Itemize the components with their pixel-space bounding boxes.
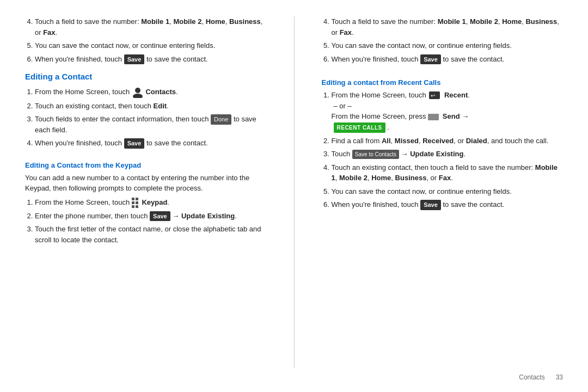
svg-point-0 [135,88,140,93]
list-item: Touch a field to save the number: Mobile… [332,16,564,38]
list-item: When you're finished, touch Save to save… [35,138,267,149]
list-item: Touch the first letter of the contact na… [35,224,267,245]
recent-calls-steps: From the Home Screen, touch ↩ Recent. – … [322,90,564,213]
list-item: Touch fields to enter the contact inform… [35,114,267,135]
contacts-icon [133,87,143,98]
footer: Contacts 33 [25,368,563,381]
save-button-inline: Save [124,138,145,149]
footer-label: Contacts [519,373,544,381]
keypad-intro-para: You can add a new number to a contact by… [25,173,267,194]
keypad-icon [132,198,138,208]
column-divider [294,16,295,368]
save-button-inline: Save [420,54,441,65]
list-item: Touch an existing contact, then touch a … [332,162,564,183]
right-top-items: Touch a field to save the number: Mobile… [322,16,564,68]
editing-contact-steps: From the Home Screen, touch Contacts. To… [25,87,267,151]
list-item: From the Home Screen, touch Contacts. [35,87,267,98]
footer-page: 33 [556,373,563,381]
recent-calls-button-inline: RECENT CALLS [334,122,385,133]
list-item: Touch a field to save the number: Mobile… [35,16,267,38]
right-column: Touch a field to save the number: Mobile… [322,16,564,368]
save-button-inline: Save [420,200,441,210]
list-item: You can save the contact now, or continu… [35,40,267,51]
list-item: When you're finished, touch Save to save… [332,199,564,210]
editing-contact-title: Editing a Contact [25,72,267,81]
columns: Touch a field to save the number: Mobile… [25,16,563,368]
done-button-inline: Done [211,114,231,125]
list-item: Enter the phone number, then touch Save … [35,211,267,222]
left-column: Touch a field to save the number: Mobile… [25,16,267,368]
svg-point-1 [133,94,143,98]
recent-icon: ↩ [429,91,441,100]
editing-recent-calls-title: Editing a contact from Recent Calls [322,78,564,87]
list-item: When you're finished, touch Save to save… [332,54,564,65]
list-item: Touch an existing contact, then touch Ed… [35,101,267,112]
list-item: From the Home Screen, touch ↩ Recent. – … [332,90,564,133]
page: Touch a field to save the number: Mobile… [0,0,588,392]
list-item: You can save the contact now, or continu… [332,186,564,197]
save-button-inline: Save [124,54,145,65]
send-phone-icon [428,114,439,120]
list-item: Find a call from All, Missed, Received, … [332,136,564,146]
editing-keypad-title: Editing a Contact from the Keypad [25,161,267,169]
list-item: Touch Save to Contacts → Update Existing… [332,149,564,160]
save-to-contacts-button-inline: Save to Contacts [352,150,399,159]
svg-text:↩: ↩ [431,93,435,99]
save-button-inline: Save [150,211,170,222]
list-item: From the Home Screen, touch Keypad. [35,197,267,208]
list-item: You can save the contact now, or continu… [332,40,564,51]
left-top-items: Touch a field to save the number: Mobile… [25,16,267,68]
list-item: When you're finished, touch Save to save… [35,54,267,65]
keypad-steps: From the Home Screen, touch Keypad. Ente… [25,197,267,248]
